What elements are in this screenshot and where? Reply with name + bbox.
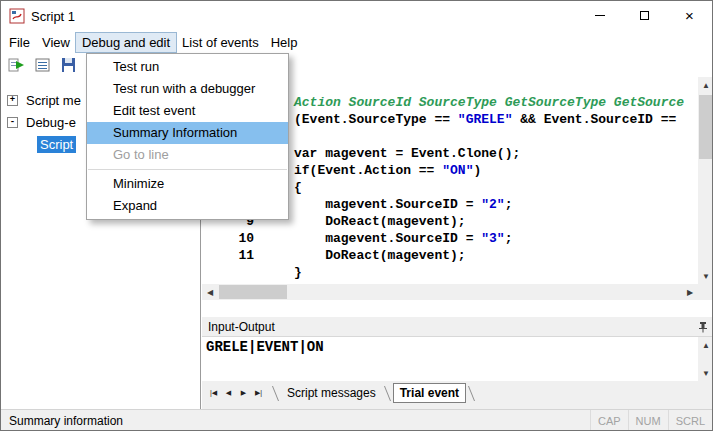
tab-last-button[interactable]: ▶|	[251, 384, 266, 402]
output-text: GRELE|EVENT|ON	[206, 339, 324, 355]
code-line[interactable]: }	[202, 265, 698, 282]
menu-item-test-run[interactable]: Test run	[87, 56, 288, 78]
menubar-item-help[interactable]: Help	[265, 33, 304, 52]
code-text: if(Event.Action == "ON")	[294, 163, 481, 178]
output-content[interactable]: GRELE|EVENT|ON ▲ ▼	[202, 337, 713, 381]
output-vertical-scrollbar[interactable]: ▲ ▼	[698, 337, 713, 381]
menu-item-minimize[interactable]: Minimize	[87, 173, 288, 195]
scrollbar-corner	[698, 284, 713, 300]
code-segment-code: {	[294, 180, 302, 195]
output-panel-header: Input-Output	[202, 317, 713, 337]
code-segment-string: "ON"	[442, 163, 473, 178]
maximize-icon	[640, 11, 649, 20]
code-line[interactable]: 11 DoReact(magevent);	[202, 248, 698, 265]
code-segment-code: magevent.SourceID =	[294, 197, 481, 212]
tab-first-button[interactable]: |◀	[206, 384, 221, 402]
tab-strip: Script messagesTrial event	[270, 381, 477, 405]
app-icon	[9, 8, 25, 24]
tab-trial-event[interactable]: Trial event	[393, 383, 466, 403]
status-indicator-num: NUM	[628, 410, 668, 431]
events-list-icon[interactable]	[32, 55, 54, 75]
tab-script-messages[interactable]: Script messages	[281, 384, 382, 402]
menu-item-edit-test-event[interactable]: Edit test event	[87, 100, 288, 122]
tab-separator	[384, 386, 391, 401]
scroll-left-icon[interactable]: ◀	[202, 284, 218, 300]
horizontal-scrollbar-thumb[interactable]	[219, 285, 287, 299]
code-segment-string: "2"	[481, 197, 504, 212]
editor-horizontal-scrollbar[interactable]: ◀ ▶	[202, 284, 698, 300]
code-segment-string: "3"	[481, 231, 504, 246]
menubar-item-list-of-events[interactable]: List of events	[176, 33, 265, 52]
code-segment-code: )	[473, 163, 481, 178]
status-indicator-scrl: SCRL	[668, 410, 712, 431]
menu-item-summary-information[interactable]: Summary Information	[87, 122, 288, 144]
code-segment-code: }	[294, 265, 302, 280]
statusbar: Summary information CAPNUMSCRL	[1, 409, 712, 431]
output-panel: Input-Output GRELE|EVENT|ON ▲ ▼ |◀◀▶▶| S…	[202, 317, 713, 409]
code-segment-code: ;	[505, 231, 513, 246]
menu-item-test-run-with-a-debugger[interactable]: Test run with a debugger	[87, 78, 288, 100]
scroll-up-icon[interactable]: ▲	[698, 337, 713, 353]
code-text: }	[294, 265, 302, 280]
code-segment-code: magevent.SourceID =	[294, 231, 481, 246]
code-segment-code: ;	[505, 197, 513, 212]
code-text: magevent.SourceID = "3";	[294, 231, 512, 246]
line-number: 11	[202, 248, 254, 263]
tab-separator	[468, 386, 475, 401]
scroll-right-icon[interactable]: ▶	[682, 284, 698, 300]
tab-nav: |◀◀▶▶|	[206, 384, 266, 402]
code-segment-code: (Event.SourceType ==	[294, 112, 458, 127]
code-segment-code: var magevent = Event.Clone();	[294, 146, 520, 161]
scroll-up-icon[interactable]: ▲	[698, 77, 713, 93]
menu-separator	[88, 169, 287, 170]
status-text: Summary information	[1, 414, 590, 428]
tree-item-label: Script me	[23, 92, 84, 109]
status-indicator-cap: CAP	[590, 410, 628, 431]
scroll-down-icon[interactable]: ▼	[698, 365, 713, 381]
tree-item-label: Debug-e	[23, 114, 79, 131]
menubar-item-debug-and-edit[interactable]: Debug and edit	[76, 33, 176, 52]
editor-vertical-scrollbar[interactable]: ▲ ▼	[698, 77, 713, 284]
code-text: {	[294, 180, 302, 195]
code-text: magevent.SourceID = "2";	[294, 197, 512, 212]
minimize-icon	[595, 15, 605, 16]
titlebar: Script 1 ×	[1, 1, 712, 31]
code-text: DoReact(magevent);	[294, 248, 466, 263]
close-button[interactable]: ×	[667, 1, 712, 30]
caption-buttons: ×	[577, 1, 712, 31]
code-text: var magevent = Event.Clone();	[294, 146, 520, 161]
code-text: (Event.SourceType == "GRELE" && Event.So…	[294, 112, 676, 127]
menubar-item-file[interactable]: File	[3, 33, 36, 52]
code-text: Action SourceId SourceType GetSourceType…	[294, 95, 684, 110]
vertical-scrollbar-thumb[interactable]	[699, 95, 713, 159]
code-segment-header: Action SourceId SourceType GetSourceType…	[294, 95, 684, 110]
code-line[interactable]: 10 magevent.SourceID = "3";	[202, 231, 698, 248]
menubar-item-view[interactable]: View	[36, 33, 76, 52]
code-segment-code: && Event.SourceID ==	[512, 112, 676, 127]
maximize-button[interactable]	[622, 1, 667, 30]
status-indicators: CAPNUMSCRL	[590, 410, 712, 431]
output-panel-title: Input-Output	[208, 320, 275, 334]
code-text: DoReact(magevent);	[294, 214, 466, 229]
menu-item-expand[interactable]: Expand	[87, 195, 288, 217]
minimize-button[interactable]	[577, 1, 622, 30]
code-segment-code: DoReact(magevent);	[294, 248, 466, 263]
tab-prev-button[interactable]: ◀	[221, 384, 236, 402]
debug-menu: Test runTest run with a debuggerEdit tes…	[86, 53, 289, 220]
menubar: FileViewDebug and editList of eventsHelp	[1, 31, 712, 53]
code-segment-string: "GRELE"	[458, 112, 513, 127]
window-title: Script 1	[31, 9, 75, 24]
close-icon: ×	[685, 8, 694, 23]
scroll-down-icon[interactable]: ▼	[698, 268, 713, 284]
expand-icon[interactable]: +	[7, 95, 18, 106]
app-window: Script 1 × FileViewDebug and editList of…	[0, 0, 713, 431]
tab-next-button[interactable]: ▶	[236, 384, 251, 402]
save-icon[interactable]	[58, 55, 80, 75]
pin-icon[interactable]	[696, 320, 710, 334]
run-icon[interactable]	[6, 55, 28, 75]
menu-item-go-to-line[interactable]: Go to line	[87, 144, 288, 166]
code-segment-code: DoReact(magevent);	[294, 214, 466, 229]
tabbar: |◀◀▶▶| Script messagesTrial event	[202, 381, 713, 405]
line-number: 10	[202, 231, 254, 246]
collapse-icon[interactable]: -	[7, 117, 18, 128]
